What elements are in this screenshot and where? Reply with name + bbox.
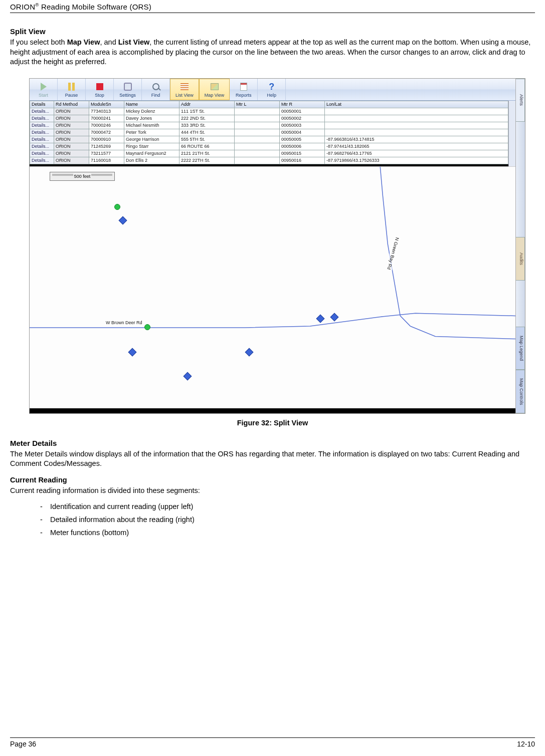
- cell: [235, 136, 280, 143]
- cell: [235, 143, 280, 150]
- cell: Peter Tork: [124, 129, 179, 136]
- pause-icon: [68, 83, 75, 91]
- play-icon: [41, 83, 47, 91]
- col-name[interactable]: Name: [124, 101, 179, 108]
- help-button[interactable]: ?Help: [258, 79, 286, 100]
- grid-header-row: Details Rd Method ModuleSn Name Addr Mtr…: [30, 101, 508, 108]
- cell[interactable]: Details...: [30, 115, 54, 122]
- col-addr[interactable]: Addr: [179, 101, 235, 108]
- list-view-button[interactable]: List View: [170, 79, 199, 100]
- cell: [325, 129, 508, 136]
- cell: [235, 122, 280, 129]
- rail-alerts[interactable]: Alerts: [516, 79, 525, 122]
- cell: 70000910: [89, 136, 124, 143]
- cell: Davey Jones: [124, 115, 179, 122]
- table-row[interactable]: Details...ORION77340313Mickey Dolenz111 …: [30, 108, 508, 115]
- cell[interactable]: Details...: [30, 136, 54, 143]
- cell: ORION: [54, 108, 89, 115]
- cell: 00050006: [280, 143, 325, 150]
- cell: -87.9663816/43.174815: [325, 136, 508, 143]
- cell: 71160018: [89, 157, 124, 164]
- running-header: ORION® Reading Mobile Software (ORS): [10, 0, 535, 13]
- cell: [235, 157, 280, 164]
- list-icon: [180, 83, 189, 90]
- table-row[interactable]: Details...ORION70000910George Harrison55…: [30, 136, 508, 143]
- col-mtrl[interactable]: Mtr L: [235, 101, 280, 108]
- table-row[interactable]: Details...ORION71160018Don Ellis 22222 2…: [30, 157, 508, 164]
- cell: [235, 129, 280, 136]
- unread-meters-grid: Details Rd Method ModuleSn Name Addr Mtr…: [30, 101, 508, 166]
- cell[interactable]: Details...: [30, 108, 54, 115]
- map-canvas[interactable]: 500 feet W Brown Deer Rd N Green Bay Rd: [30, 166, 515, 408]
- cell: ORION: [54, 122, 89, 129]
- table-row[interactable]: Details...ORION70000241Davey Jones222 2N…: [30, 115, 508, 122]
- table-row[interactable]: Details...ORION71245269Ringo Starr66 ROU…: [30, 143, 508, 150]
- cell: ORION: [54, 157, 89, 164]
- cell: 2121 21TH St.: [179, 150, 235, 157]
- cell: 00050005: [280, 136, 325, 143]
- reports-button[interactable]: Reports: [230, 79, 258, 100]
- grid-scrollbar[interactable]: [508, 101, 515, 166]
- find-button[interactable]: Find: [142, 79, 170, 100]
- cell: 555 5TH St.: [179, 136, 235, 143]
- cell: Mickey Dolenz: [124, 108, 179, 115]
- cell[interactable]: Details...: [30, 129, 54, 136]
- figure-32: Start Pause Stop Settings Find List View…: [29, 78, 535, 414]
- pause-button[interactable]: Pause: [58, 79, 86, 100]
- col-rdmethod[interactable]: Rd Method: [54, 101, 89, 108]
- cell: 222 2ND St.: [179, 115, 235, 122]
- cell: [325, 122, 508, 129]
- report-icon: [240, 83, 247, 91]
- cell[interactable]: Details...: [30, 157, 54, 164]
- col-lonlat[interactable]: Lon/Lat: [325, 101, 508, 108]
- meter-details-heading: Meter Details: [10, 439, 535, 447]
- cell: 00050004: [280, 129, 325, 136]
- current-reading-lead: Current reading information is divided i…: [10, 486, 535, 496]
- cell: ORION: [54, 150, 89, 157]
- map-bottom-border: [30, 408, 515, 413]
- meter-details-paragraph: The Meter Details window displays all of…: [10, 449, 535, 469]
- col-details[interactable]: Details: [30, 101, 54, 108]
- road-lines: [30, 167, 515, 408]
- table-row[interactable]: Details...ORION70000246Michael Nesmith33…: [30, 122, 508, 129]
- col-modulesn[interactable]: ModuleSn: [89, 101, 124, 108]
- cell: 00050003: [280, 122, 325, 129]
- stop-button[interactable]: Stop: [86, 79, 114, 100]
- cell[interactable]: Details...: [30, 150, 54, 157]
- split-view-heading: Split View: [10, 27, 535, 36]
- page-number: Page 36: [10, 740, 36, 748]
- start-button[interactable]: Start: [30, 79, 58, 100]
- col-mtrr[interactable]: Mtr R: [280, 101, 325, 108]
- cell: 00950015: [280, 150, 325, 157]
- cell: 66 ROUTE 66: [179, 143, 235, 150]
- cell: ORION: [54, 136, 89, 143]
- cell: 71245269: [89, 143, 124, 150]
- rail-map-legend[interactable]: Map Legend: [516, 327, 525, 370]
- cell: ORION: [54, 115, 89, 122]
- map-marker[interactable]: [114, 204, 120, 210]
- rail-map-controls[interactable]: Map Controls: [516, 370, 525, 413]
- help-icon: ?: [269, 82, 274, 91]
- cell: [325, 115, 508, 122]
- cell: Ringo Starr: [124, 143, 179, 150]
- side-panel-tabs: Alerts Audits Map Legend Map Controls: [516, 79, 525, 413]
- split-view-paragraph: If you select both Map View, and List Vi…: [10, 38, 535, 67]
- cell: 444 4TH St.: [179, 129, 235, 136]
- rail-audits[interactable]: Audits: [516, 237, 525, 281]
- ors-app-window: Start Pause Stop Settings Find List View…: [29, 78, 525, 414]
- cell[interactable]: Details...: [30, 122, 54, 129]
- figure-caption: Figure 32: Split View: [10, 419, 535, 427]
- map-view-button[interactable]: Map View: [199, 79, 230, 100]
- gear-icon: [124, 83, 132, 91]
- settings-button[interactable]: Settings: [114, 79, 142, 100]
- map-marker[interactable]: [144, 324, 150, 330]
- cell[interactable]: Details...: [30, 143, 54, 150]
- cell: Michael Nesmith: [124, 122, 179, 129]
- table-row[interactable]: Details...ORION73211577Maynard Ferguson2…: [30, 150, 508, 157]
- table-row[interactable]: Details...ORION70000472Peter Tork444 4TH…: [30, 129, 508, 136]
- cell: 00950016: [280, 157, 325, 164]
- current-reading-list: Identification and current reading (uppe…: [10, 500, 535, 539]
- main-toolbar: Start Pause Stop Settings Find List View…: [30, 79, 515, 101]
- doc-version: 12-10: [517, 740, 535, 748]
- cell: Maynard Ferguson2: [124, 150, 179, 157]
